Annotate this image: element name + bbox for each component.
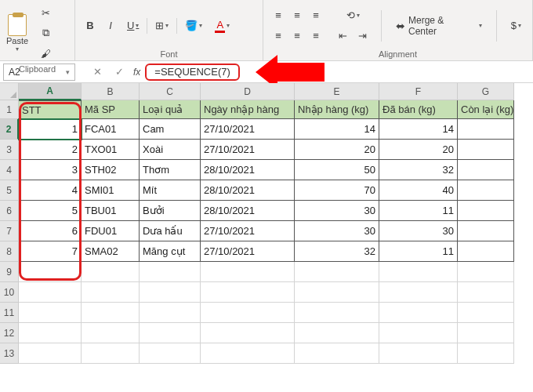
header-cell-A[interactable]: STT	[19, 100, 82, 119]
cell-D7[interactable]: 27/10/2021	[201, 221, 295, 241]
row-header-13[interactable]: 13	[0, 343, 19, 364]
cell-B9[interactable]	[82, 262, 140, 282]
cell-C2[interactable]: Cam	[140, 119, 201, 140]
cell-B2[interactable]: FCA01	[82, 119, 140, 140]
cell-G12[interactable]	[458, 323, 514, 343]
increase-indent-button[interactable]: ⇥	[354, 27, 372, 45]
row-header-5[interactable]: 5	[0, 180, 19, 201]
cell-B3[interactable]: TXO01	[82, 140, 140, 160]
cell-D5[interactable]: 28/10/2021	[201, 180, 295, 201]
decrease-indent-button[interactable]: ⇤	[334, 27, 352, 45]
cell-D12[interactable]	[201, 323, 295, 343]
column-header-A[interactable]: A	[19, 83, 82, 100]
align-left-button[interactable]: ≡	[270, 27, 287, 45]
cell-E9[interactable]	[295, 262, 379, 282]
row-header-8[interactable]: 8	[0, 241, 19, 262]
cell-A11[interactable]	[19, 303, 82, 323]
row-header-10[interactable]: 10	[0, 282, 19, 303]
column-header-G[interactable]: G	[458, 83, 514, 100]
cell-C12[interactable]	[140, 323, 201, 343]
cell-A13[interactable]	[19, 343, 82, 364]
header-cell-G[interactable]: Còn lại (kg)	[458, 100, 514, 119]
cell-B4[interactable]: STH02	[82, 160, 140, 180]
select-all-corner[interactable]	[0, 83, 19, 100]
row-header-1[interactable]: 1	[0, 100, 19, 119]
column-header-E[interactable]: E	[295, 83, 379, 100]
cell-E6[interactable]: 30	[295, 201, 379, 221]
cell-B8[interactable]: SMA02	[82, 241, 140, 262]
format-painter-button[interactable]: 🖌	[36, 44, 56, 63]
cell-F6[interactable]: 11	[379, 201, 458, 221]
header-cell-E[interactable]: Nhập hàng (kg)	[295, 100, 379, 119]
cell-B5[interactable]: SMI01	[82, 180, 140, 201]
cell-E12[interactable]	[295, 323, 379, 343]
cell-G9[interactable]	[458, 262, 514, 282]
cell-A10[interactable]	[19, 282, 82, 303]
cell-E11[interactable]	[295, 303, 379, 323]
cell-E4[interactable]: 50	[295, 160, 379, 180]
cell-D4[interactable]: 28/10/2021	[201, 160, 295, 180]
align-middle-button[interactable]: ≡	[288, 6, 306, 25]
cell-G13[interactable]	[458, 343, 514, 364]
cut-button[interactable]: ✂	[36, 3, 56, 22]
cell-A7[interactable]: 6	[19, 221, 82, 241]
cell-F11[interactable]	[379, 303, 458, 323]
cell-F10[interactable]	[379, 282, 458, 303]
column-header-B[interactable]: B	[82, 83, 140, 100]
cell-G7[interactable]	[458, 221, 514, 241]
header-cell-B[interactable]: Mã SP	[82, 100, 140, 119]
cell-G5[interactable]	[458, 180, 514, 201]
row-header-6[interactable]: 6	[0, 201, 19, 221]
cell-E8[interactable]: 32	[295, 241, 379, 262]
row-header-11[interactable]: 11	[0, 303, 19, 323]
cell-A9[interactable]	[19, 262, 82, 282]
paste-button[interactable]: Paste ▾	[6, 14, 28, 53]
font-color-button[interactable]: A	[210, 16, 234, 35]
cell-B6[interactable]: TBU01	[82, 201, 140, 221]
cell-D2[interactable]: 27/10/2021	[201, 119, 295, 140]
cell-B10[interactable]	[82, 282, 140, 303]
cell-A6[interactable]: 5	[19, 201, 82, 221]
cell-F13[interactable]	[379, 343, 458, 364]
cell-C5[interactable]: Mít	[140, 180, 201, 201]
number-format-button[interactable]: $	[506, 16, 526, 35]
cell-D10[interactable]	[201, 282, 295, 303]
header-cell-F[interactable]: Đã bán (kg)	[379, 100, 458, 119]
cell-C13[interactable]	[140, 343, 201, 364]
row-header-7[interactable]: 7	[0, 221, 19, 241]
underline-button[interactable]: U	[122, 16, 143, 35]
header-cell-D[interactable]: Ngày nhập hàng	[201, 100, 295, 119]
cell-B13[interactable]	[82, 343, 140, 364]
fx-label[interactable]: fx	[133, 67, 140, 78]
column-header-D[interactable]: D	[201, 83, 295, 100]
cell-B7[interactable]: FDU01	[82, 221, 140, 241]
worksheet[interactable]: ABCDEFG 12345678910111213 STTMã SPLoại q…	[0, 83, 533, 364]
cell-C9[interactable]	[140, 262, 201, 282]
cell-C3[interactable]: Xoài	[140, 140, 201, 160]
align-bottom-button[interactable]: ≡	[307, 6, 325, 25]
cell-F12[interactable]	[379, 323, 458, 343]
cell-D3[interactable]: 27/10/2021	[201, 140, 295, 160]
align-top-button[interactable]: ≡	[270, 6, 287, 25]
row-header-12[interactable]: 12	[0, 323, 19, 343]
confirm-formula-button[interactable]: ✓	[111, 66, 127, 78]
cell-D6[interactable]: 28/10/2021	[201, 201, 295, 221]
cell-D11[interactable]	[201, 303, 295, 323]
cell-G2[interactable]	[458, 119, 514, 140]
cell-F9[interactable]	[379, 262, 458, 282]
cell-G8[interactable]	[458, 241, 514, 262]
cell-D13[interactable]	[201, 343, 295, 364]
cell-E10[interactable]	[295, 282, 379, 303]
cell-E3[interactable]: 20	[295, 140, 379, 160]
cell-E13[interactable]	[295, 343, 379, 364]
cell-A5[interactable]: 4	[19, 180, 82, 201]
italic-button[interactable]: I	[102, 16, 119, 35]
cell-A12[interactable]	[19, 323, 82, 343]
cell-F7[interactable]: 30	[379, 221, 458, 241]
cell-E5[interactable]: 70	[295, 180, 379, 201]
orientation-button[interactable]: ⟲	[334, 6, 372, 25]
cell-E2[interactable]: 14	[295, 119, 379, 140]
cell-C10[interactable]	[140, 282, 201, 303]
row-header-4[interactable]: 4	[0, 160, 19, 180]
cell-F3[interactable]: 20	[379, 140, 458, 160]
